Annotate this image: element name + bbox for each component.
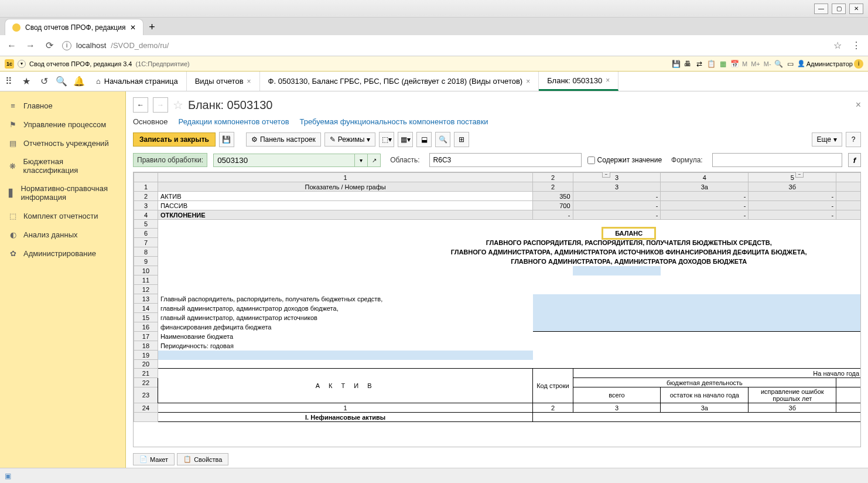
nav-link-revisions[interactable]: Редакции компонентов отчетов bbox=[179, 117, 289, 126]
clipboard-icon[interactable]: 📋 bbox=[706, 59, 716, 69]
info-icon[interactable]: i bbox=[854, 59, 863, 69]
modes-button[interactable]: ✎ Режимы ▾ bbox=[324, 132, 376, 147]
calendar-icon[interactable]: 📅 bbox=[729, 59, 740, 69]
formula-input[interactable] bbox=[712, 153, 842, 167]
cell[interactable]: Показатель / Номер графы bbox=[158, 182, 533, 192]
window-icon[interactable]: ▭ bbox=[785, 59, 796, 69]
app-platform: (1С:Предприятие) bbox=[135, 60, 189, 67]
sidebar-item-budget[interactable]: ❋Бюджетная классификация bbox=[0, 152, 125, 179]
cell[interactable]: 2 bbox=[533, 182, 573, 192]
sidebar-item-admin[interactable]: ✿Администрирование bbox=[0, 244, 125, 263]
zoom-icon[interactable]: 🔍 bbox=[774, 59, 784, 69]
rule-open-button[interactable]: ↗ bbox=[367, 154, 380, 166]
mem-mplus-button[interactable]: M+ bbox=[750, 60, 761, 67]
tool-button-4[interactable]: 🔍 bbox=[435, 132, 450, 147]
save-icon[interactable]: 💾 bbox=[671, 59, 681, 69]
menu-icon[interactable]: ⋮ bbox=[850, 40, 862, 52]
search-icon[interactable]: 🔍 bbox=[53, 72, 70, 91]
tab-report-types[interactable]: Виды отчетов × bbox=[187, 72, 260, 91]
maximize-button[interactable]: ▢ bbox=[832, 4, 846, 14]
url-input[interactable]: i localhost/SVOD_demo/ru/ bbox=[62, 41, 825, 50]
close-page-button[interactable]: × bbox=[856, 100, 861, 110]
spreadsheet[interactable]: − − 1 2 3 4 5 6 7 8 1 Показатель / Номер… bbox=[133, 172, 861, 447]
bookmark-icon[interactable]: ☆ bbox=[832, 40, 843, 52]
rule-dropdown-button[interactable]: ▾ bbox=[354, 154, 367, 166]
sidebar-item-main[interactable]: ≡Главное bbox=[0, 96, 125, 115]
notifications-icon[interactable]: 🔔 bbox=[70, 72, 88, 91]
close-window-button[interactable]: ✕ bbox=[849, 4, 863, 14]
tab-form-0503130[interactable]: Ф. 0503130, Баланс ГРБС, РБС, ПБС (дейст… bbox=[260, 72, 539, 91]
sidebar-item-reference[interactable]: ▋Нормативно-справочная информация bbox=[0, 179, 125, 206]
more-button[interactable]: Еще ▾ bbox=[812, 132, 842, 147]
rule-input[interactable] bbox=[214, 154, 354, 166]
row-header[interactable]: 1 bbox=[134, 182, 158, 192]
bottom-tab-properties[interactable]: 📋 Свойства bbox=[177, 453, 228, 465]
contains-checkbox-label[interactable]: Содержит значение bbox=[587, 156, 662, 164]
col-header[interactable]: 1 bbox=[158, 173, 533, 182]
new-tab-button[interactable]: + bbox=[143, 19, 160, 35]
close-icon[interactable]: × bbox=[247, 77, 251, 86]
compare-icon[interactable]: ⇄ bbox=[694, 59, 705, 69]
cell[interactable]: 3а bbox=[661, 182, 749, 192]
help-button[interactable]: ? bbox=[846, 132, 861, 147]
app-title: Свод отчетов ПРОФ, редакция 3.4 bbox=[29, 60, 132, 67]
formula-label: Формула: bbox=[668, 154, 706, 166]
status-icon[interactable]: ▣ bbox=[5, 472, 11, 480]
page-title: Бланк: 0503130 bbox=[188, 98, 272, 112]
history-icon[interactable]: ↺ bbox=[35, 72, 53, 91]
close-icon[interactable]: × bbox=[526, 77, 530, 86]
collapse-handle-2[interactable]: − bbox=[795, 172, 804, 178]
sidebar-item-reporting[interactable]: ▤Отчетность учреждений bbox=[0, 134, 125, 152]
back-button[interactable]: ← bbox=[6, 40, 18, 52]
sidebar-item-process[interactable]: ⚑Управление процессом bbox=[0, 115, 125, 134]
browser-tab[interactable]: Свод отчетов ПРОФ, редакция ✕ bbox=[5, 19, 143, 35]
print-icon[interactable]: 🖶 bbox=[682, 59, 693, 69]
col-header[interactable]: 5 bbox=[749, 173, 836, 182]
app-header: 1c ▾ Свод отчетов ПРОФ, редакция 3.4 (1С… bbox=[0, 56, 868, 72]
tool-button-1[interactable]: ⬚▾ bbox=[379, 132, 394, 147]
tool-button-5[interactable]: ⊞ bbox=[454, 132, 469, 147]
favorites-icon[interactable]: ★ bbox=[18, 72, 35, 91]
cell[interactable]: 3б bbox=[749, 182, 836, 192]
page-forward-button[interactable]: → bbox=[153, 97, 168, 113]
close-icon[interactable]: × bbox=[606, 76, 610, 84]
area-input[interactable] bbox=[429, 153, 582, 167]
col-header[interactable]: 3 bbox=[573, 173, 661, 182]
col-header[interactable]: 2 bbox=[533, 173, 573, 182]
sidebar-item-analysis[interactable]: ◐Анализ данных bbox=[0, 225, 125, 244]
tool-button-3[interactable]: ⬓ bbox=[416, 132, 432, 147]
dropdown-icon[interactable]: ▾ bbox=[18, 60, 26, 68]
cell[interactable]: 3 bbox=[573, 182, 661, 192]
tab-blank-0503130[interactable]: Бланк: 0503130 × bbox=[539, 72, 618, 91]
contains-checkbox[interactable] bbox=[587, 157, 595, 164]
close-tab-icon[interactable]: ✕ bbox=[130, 23, 136, 32]
tab-home[interactable]: ⌂ Начальная страница bbox=[88, 72, 187, 91]
minimize-button[interactable]: — bbox=[814, 4, 828, 14]
settings-panel-button[interactable]: ⚙ Панель настроек bbox=[246, 132, 321, 147]
cell[interactable]: 4 bbox=[836, 182, 861, 192]
forward-button[interactable]: → bbox=[25, 40, 36, 52]
fx-button[interactable]: f bbox=[848, 153, 861, 167]
mem-mminus-button[interactable]: M- bbox=[763, 60, 773, 67]
apps-grid-icon[interactable]: ⠿ bbox=[0, 72, 18, 91]
save-button[interactable]: 💾 bbox=[219, 132, 234, 147]
col-header[interactable]: 6 bbox=[836, 173, 861, 182]
tool-button-2[interactable]: ▦▾ bbox=[398, 132, 413, 147]
collapse-handle-1[interactable]: − bbox=[602, 172, 610, 178]
col-header[interactable]: 4 bbox=[661, 173, 749, 182]
corner-cell[interactable] bbox=[134, 173, 158, 182]
mem-m-button[interactable]: M bbox=[741, 60, 749, 67]
menu-icon: ≡ bbox=[8, 101, 18, 110]
nav-link-functionality[interactable]: Требуемая функциональность компонентов п… bbox=[300, 117, 488, 126]
reload-button[interactable]: ⟳ bbox=[43, 40, 55, 52]
browser-tab-strip: Свод отчетов ПРОФ, редакция ✕ + bbox=[0, 18, 868, 35]
sidebar-item-reportset[interactable]: ⬚Комплект отчетности bbox=[0, 206, 125, 225]
grid-icon[interactable]: ▦ bbox=[717, 59, 728, 69]
save-close-button[interactable]: Записать и закрыть bbox=[133, 132, 216, 147]
bottom-tab-layout[interactable]: 📄 Макет bbox=[133, 453, 175, 465]
pie-icon: ◐ bbox=[8, 230, 18, 239]
site-info-icon[interactable]: i bbox=[62, 41, 71, 50]
page-back-button[interactable]: ← bbox=[133, 97, 148, 113]
favorite-toggle-icon[interactable]: ☆ bbox=[173, 98, 183, 112]
nav-link-main[interactable]: Основное bbox=[133, 117, 168, 126]
